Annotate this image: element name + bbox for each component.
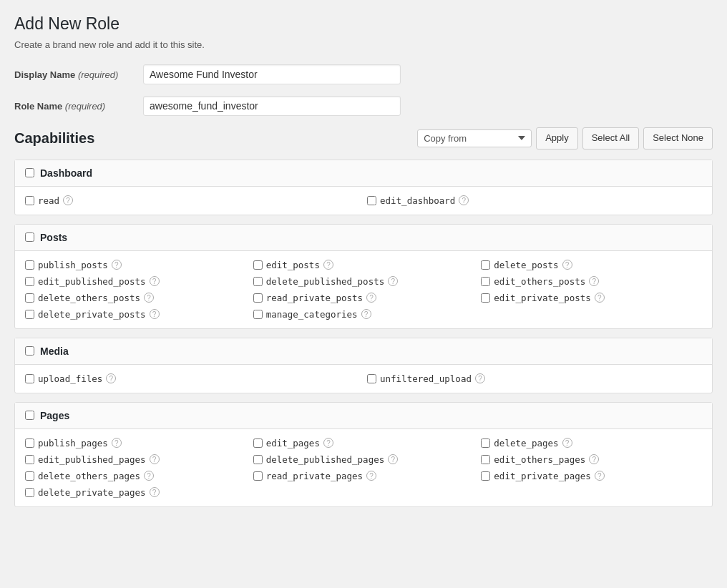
section-header-posts: Posts: [15, 225, 712, 251]
role-name-input[interactable]: [143, 96, 401, 116]
section-body-dashboard: read?edit_dashboard?: [15, 187, 712, 215]
cap-info-icon-edit_others_posts: ?: [589, 276, 599, 286]
section-name-dashboard: Dashboard: [40, 167, 92, 179]
cap-label-upload_files[interactable]: upload_files: [38, 373, 102, 384]
cap-checkbox-edit_private_posts[interactable]: [481, 293, 490, 303]
cap-label-delete_others_posts[interactable]: delete_others_posts: [38, 293, 140, 303]
cap-label-edit_private_pages[interactable]: edit_private_pages: [494, 471, 590, 481]
section-body-posts: publish_posts?edit_posts?delete_posts?ed…: [15, 251, 712, 328]
cap-item-delete_private_pages: delete_private_pages?: [25, 487, 246, 498]
cap-label-edit_others_pages[interactable]: edit_others_pages: [494, 454, 585, 465]
cap-checkbox-edit_published_posts[interactable]: [25, 277, 34, 286]
cap-info-icon-delete_others_pages: ?: [144, 471, 154, 481]
section-checkbox-posts[interactable]: [25, 232, 34, 242]
cap-label-edit_private_posts[interactable]: edit_private_posts: [494, 293, 590, 303]
cap-info-icon-publish_posts: ?: [112, 260, 122, 270]
cap-item-read_private_pages: read_private_pages?: [253, 471, 474, 481]
cap-info-icon-read: ?: [63, 195, 73, 205]
cap-checkbox-read[interactable]: [25, 196, 34, 205]
cap-info-icon-manage_categories: ?: [361, 309, 371, 319]
cap-label-unfiltered_upload[interactable]: unfiltered_upload: [380, 373, 472, 384]
cap-checkbox-delete_published_pages[interactable]: [253, 455, 263, 464]
cap-label-publish_posts[interactable]: publish_posts: [38, 260, 108, 270]
cap-item-edit_private_posts: edit_private_posts?: [481, 293, 702, 303]
cap-label-delete_published_pages[interactable]: delete_published_pages: [266, 454, 385, 465]
cap-checkbox-delete_private_posts[interactable]: [25, 310, 34, 319]
cap-checkbox-edit_posts[interactable]: [253, 260, 263, 270]
cap-label-publish_pages[interactable]: publish_pages: [38, 438, 108, 449]
cap-checkbox-edit_others_posts[interactable]: [481, 277, 490, 286]
cap-item-manage_categories: manage_categories?: [253, 309, 474, 320]
page-subtitle: Create a brand new role and add it to th…: [14, 39, 713, 50]
cap-checkbox-delete_private_pages[interactable]: [25, 488, 34, 497]
section-posts: Postspublish_posts?edit_posts?delete_pos…: [14, 224, 713, 329]
cap-label-edit_posts[interactable]: edit_posts: [266, 260, 320, 270]
cap-item-edit_published_posts: edit_published_posts?: [25, 276, 246, 287]
cap-checkbox-unfiltered_upload[interactable]: [367, 374, 376, 383]
cap-checkbox-upload_files[interactable]: [25, 374, 34, 383]
cap-label-delete_others_pages[interactable]: delete_others_pages: [38, 471, 140, 481]
cap-label-edit_published_pages[interactable]: edit_published_pages: [38, 454, 146, 465]
section-header-dashboard: Dashboard: [15, 160, 712, 187]
cap-label-read_private_posts[interactable]: read_private_posts: [266, 293, 363, 303]
cap-label-delete_posts[interactable]: delete_posts: [494, 260, 558, 270]
section-checkbox-media[interactable]: [25, 346, 34, 356]
cap-info-icon-edit_published_posts: ?: [150, 276, 160, 286]
cap-item-unfiltered_upload: unfiltered_upload?: [367, 373, 702, 384]
cap-label-edit_published_posts[interactable]: edit_published_posts: [38, 276, 146, 287]
cap-label-edit_pages[interactable]: edit_pages: [266, 438, 320, 449]
cap-checkbox-read_private_pages[interactable]: [253, 471, 263, 481]
cap-checkbox-edit_others_pages[interactable]: [481, 455, 490, 464]
cap-item-delete_private_posts: delete_private_posts?: [25, 309, 246, 320]
section-header-media: Media: [15, 338, 712, 365]
cap-label-delete_private_posts[interactable]: delete_private_posts: [38, 309, 146, 320]
cap-item-read: read?: [25, 195, 360, 206]
cap-item-delete_posts: delete_posts?: [481, 260, 702, 270]
cap-checkbox-edit_pages[interactable]: [253, 438, 263, 448]
cap-checkbox-publish_pages[interactable]: [25, 438, 34, 448]
cap-checkbox-edit_published_pages[interactable]: [25, 455, 34, 464]
cap-label-edit_others_posts[interactable]: edit_others_posts: [494, 276, 585, 287]
cap-checkbox-edit_dashboard[interactable]: [367, 196, 376, 205]
cap-label-read[interactable]: read: [38, 195, 59, 206]
cap-info-icon-unfiltered_upload: ?: [475, 373, 485, 383]
cap-checkbox-publish_posts[interactable]: [25, 260, 34, 270]
select-all-button[interactable]: Select All: [582, 127, 639, 150]
cap-checkbox-delete_pages[interactable]: [481, 438, 490, 448]
cap-item-edit_private_pages: edit_private_pages?: [481, 471, 702, 481]
cap-info-icon-edit_pages: ?: [323, 438, 333, 448]
cap-item-delete_others_pages: delete_others_pages?: [25, 471, 246, 481]
cap-item-edit_posts: edit_posts?: [253, 260, 474, 270]
section-checkbox-pages[interactable]: [25, 411, 34, 420]
capabilities-title: Capabilities: [14, 130, 94, 147]
display-name-label: Display Name (required): [14, 69, 143, 80]
cap-label-delete_published_posts[interactable]: delete_published_posts: [266, 276, 385, 287]
cap-item-edit_pages: edit_pages?: [253, 438, 474, 449]
cap-checkbox-delete_others_posts[interactable]: [25, 293, 34, 303]
cap-checkbox-read_private_posts[interactable]: [253, 293, 263, 303]
cap-info-icon-edit_private_pages: ?: [595, 471, 605, 481]
display-name-input[interactable]: [143, 64, 401, 84]
section-dashboard: Dashboardread?edit_dashboard?: [14, 160, 713, 215]
cap-checkbox-delete_published_posts[interactable]: [253, 277, 263, 286]
cap-label-edit_dashboard[interactable]: edit_dashboard: [380, 195, 455, 206]
cap-label-manage_categories[interactable]: manage_categories: [266, 309, 358, 320]
section-checkbox-dashboard[interactable]: [25, 168, 34, 177]
cap-info-icon-edit_private_posts: ?: [595, 293, 605, 303]
select-none-button[interactable]: Select None: [643, 127, 713, 150]
cap-checkbox-delete_posts[interactable]: [481, 260, 490, 270]
cap-checkbox-edit_private_pages[interactable]: [481, 471, 490, 481]
cap-label-delete_pages[interactable]: delete_pages: [494, 438, 558, 449]
section-header-pages: Pages: [15, 403, 712, 429]
cap-checkbox-manage_categories[interactable]: [253, 310, 263, 319]
copy-from-select[interactable]: Copy from: [417, 129, 532, 147]
cap-info-icon-delete_private_posts: ?: [150, 309, 160, 319]
cap-checkbox-delete_others_pages[interactable]: [25, 471, 34, 481]
cap-label-read_private_pages[interactable]: read_private_pages: [266, 471, 363, 481]
section-pages: Pagespublish_pages?edit_pages?delete_pag…: [14, 402, 713, 507]
cap-label-delete_private_pages[interactable]: delete_private_pages: [38, 487, 146, 498]
cap-info-icon-delete_posts: ?: [562, 260, 572, 270]
section-name-media: Media: [40, 346, 69, 357]
cap-item-upload_files: upload_files?: [25, 373, 360, 384]
apply-button[interactable]: Apply: [536, 127, 578, 150]
